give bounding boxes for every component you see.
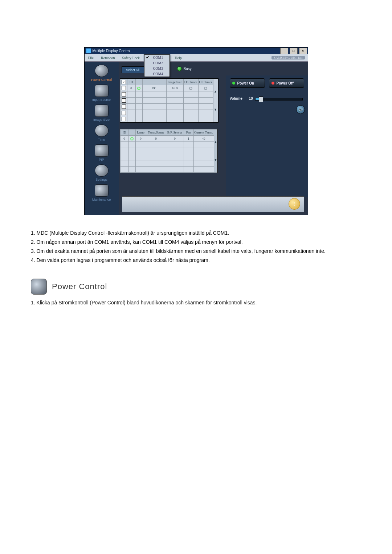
main-area: Select All Busy ✔COM1 COM2 COM3 COM4 ID: [119, 62, 308, 215]
table-row[interactable]: [120, 154, 217, 160]
power-off-button[interactable]: Power Off: [269, 78, 304, 88]
busy-dot-icon: [177, 66, 182, 71]
table-row[interactable]: [120, 148, 217, 154]
col-lamp: Lamp: [135, 130, 146, 136]
status-grid: ID Lamp Temp.Status B/R Sensor Fan Curre…: [120, 129, 218, 173]
table-row[interactable]: [120, 91, 218, 98]
row-check[interactable]: [122, 104, 126, 109]
section-header: Power Control: [31, 279, 361, 295]
cell-curtemp: 49: [193, 136, 214, 142]
image-size-icon: [95, 104, 109, 117]
section-text: 1. Klicka på Strömkontroll (Power Contro…: [31, 300, 361, 305]
notes-list: 1. MDC (Multiple Display Control -flersk…: [31, 229, 361, 264]
com-label: COM3: [153, 66, 163, 70]
com-option-4[interactable]: COM4: [144, 71, 170, 77]
power-on-button[interactable]: Power On: [230, 78, 265, 88]
window-title: Multiple Display Control: [93, 49, 279, 53]
col-check: [120, 79, 127, 85]
table-row[interactable]: [120, 116, 218, 122]
note-4: 4. Den valda porten lagras i programmet …: [38, 257, 361, 264]
col-curtemp: Current Temp.: [193, 130, 214, 136]
power-off-dot-icon: [271, 82, 274, 85]
sidebar-item-time[interactable]: Time: [85, 124, 119, 141]
row-check[interactable]: [122, 92, 126, 97]
row-check[interactable]: [122, 117, 126, 121]
sidebar-item-label: Settings: [95, 178, 107, 181]
sidebar-item-label: Power Control: [91, 78, 112, 82]
menu-remocon[interactable]: Remocon: [97, 54, 118, 61]
sidebar-item-image-size[interactable]: Image Size: [85, 104, 119, 122]
ontimer-icon: [189, 87, 192, 90]
col-brsensor: B/R Sensor: [166, 130, 184, 136]
cell-id: 0: [127, 85, 135, 91]
sidebar-item-input-source[interactable]: Input Source: [85, 85, 119, 102]
row-check[interactable]: [122, 111, 126, 115]
warning-icon[interactable]: !: [289, 198, 300, 210]
power-control-section-icon: [31, 279, 47, 295]
scrollbar[interactable]: ▲▼: [214, 130, 217, 173]
control-panel: Power On Power Off Volume 10 🔊: [226, 75, 308, 197]
table-row[interactable]: 0 PC 16:9: [120, 85, 218, 91]
minimize-button[interactable]: _: [280, 48, 288, 54]
note-1: 1. MDC (Multiple Display Control -flersk…: [38, 229, 361, 237]
col-on-timer: On Timer: [183, 79, 198, 85]
com-option-2[interactable]: COM2: [144, 60, 170, 66]
sidebar-item-power-control[interactable]: Power Control: [85, 65, 119, 82]
sidebar-item-settings[interactable]: Settings: [85, 164, 119, 181]
sidebar-item-label: Input Source: [92, 98, 111, 102]
row-check[interactable]: [122, 98, 126, 103]
table-row[interactable]: [120, 142, 217, 148]
note-3: 3. Om det exakta namnet på porten som är…: [38, 247, 361, 255]
footer-bar: !: [122, 196, 304, 212]
table-row[interactable]: [120, 104, 218, 110]
table-row[interactable]: [120, 110, 218, 116]
col-fan: Fan: [184, 130, 193, 136]
time-icon: [95, 124, 109, 137]
sidebar-item-label: Time: [98, 138, 105, 141]
col-off-timer: Off Timer: [198, 79, 213, 85]
col-id2: ID: [120, 130, 128, 136]
com-label: COM4: [153, 72, 163, 76]
maintenance-icon: [95, 184, 109, 197]
menu-help[interactable]: Help: [171, 54, 185, 61]
menu-safety-lock[interactable]: Safety Lock: [118, 54, 143, 61]
col-status: [135, 79, 142, 85]
com-label: COM1: [153, 56, 163, 59]
table-row[interactable]: [120, 167, 217, 173]
com-option-3[interactable]: COM3: [144, 66, 170, 71]
settings-icon: [95, 164, 109, 177]
cell-source: PC: [142, 85, 166, 91]
table-row[interactable]: [120, 160, 217, 167]
table-row[interactable]: [120, 98, 218, 104]
col-state2: [128, 130, 135, 136]
volume-label: Volume: [230, 97, 242, 100]
section-title: Power Control: [52, 282, 107, 291]
maximize-button[interactable]: □: [290, 48, 298, 54]
com-label: COM2: [153, 61, 163, 65]
sidebar-item-maintenance[interactable]: Maintenance: [85, 184, 119, 201]
display-grid: ID Image Size On Timer Off Timer ▲▼ 0: [120, 78, 219, 123]
scrollbar[interactable]: ▲▼: [213, 79, 218, 122]
cell-id2: 0: [120, 136, 128, 142]
status-on-icon: [130, 137, 134, 140]
select-all-button[interactable]: Select All: [122, 66, 144, 73]
com-option-1[interactable]: ✔COM1: [144, 55, 170, 60]
row-check[interactable]: [122, 86, 126, 90]
speaker-icon[interactable]: 🔊: [296, 105, 305, 114]
cell-lamp: 0: [135, 136, 146, 142]
table-row[interactable]: 0 0 0 0 1 49: [120, 136, 217, 142]
status-on-icon: [137, 87, 140, 90]
volume-thumb[interactable]: [259, 97, 263, 102]
sidebar-item-pip[interactable]: PIP: [85, 144, 119, 161]
sidebar: Power Control Input Source Image Size Ti…: [85, 62, 119, 215]
col-image-size: Image Size: [166, 79, 183, 85]
sidebar-item-label: Maintenance: [92, 198, 111, 201]
check-all-icon[interactable]: [122, 80, 126, 84]
cell-br: 0: [166, 136, 184, 142]
sidebar-item-label: Image Size: [93, 118, 110, 122]
check-icon: ✔: [146, 55, 149, 60]
note-2: 2. Om någon annan port än COM1 används, …: [38, 238, 361, 246]
close-button[interactable]: ×: [299, 48, 307, 54]
menu-file[interactable]: File: [85, 54, 98, 61]
power-on-label: Power On: [237, 81, 254, 85]
